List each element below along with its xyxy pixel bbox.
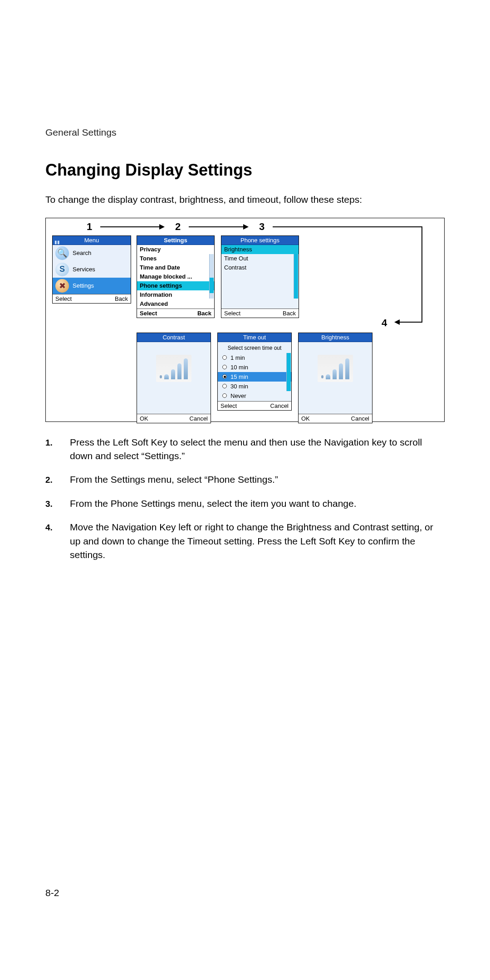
menu-item-search-label: Search <box>73 250 91 256</box>
timeout-scrollbar[interactable] <box>286 353 291 391</box>
menu-item-search[interactable]: 🔍 Search <box>53 245 131 261</box>
softkey-cancel[interactable]: Cancel <box>351 415 369 422</box>
softkey-select[interactable]: Select <box>55 295 72 302</box>
search-icon: 🔍 <box>55 246 69 260</box>
screen-phone-settings: Phone settings Brightness Time Out Contr… <box>221 235 299 318</box>
vline-down <box>421 226 422 323</box>
softkey-back[interactable]: Back <box>115 295 128 302</box>
softkey-select[interactable]: Select <box>224 310 240 317</box>
softkey-select[interactable]: Select <box>140 310 157 317</box>
softkey-ok[interactable]: OK <box>140 415 148 422</box>
settings-item-blocked[interactable]: Manage blocked ... <box>137 272 214 281</box>
step-3-label: 3 <box>259 221 265 233</box>
settings-item-info[interactable]: Information <box>137 290 214 299</box>
screen-menu: ▮▮Menu 🔍 Search S Services ✖ Settings Se… <box>52 235 131 304</box>
softkey-cancel[interactable]: Cancel <box>190 415 208 422</box>
instruction-2-num: 2. <box>45 473 59 486</box>
timeout-option-never[interactable]: Never <box>218 391 291 401</box>
step-1-label: 1 <box>87 221 92 233</box>
screen-menu-title-text: Menu <box>84 237 99 244</box>
instruction-1-num: 1. <box>45 436 59 463</box>
settings-item-phone[interactable]: Phone settings <box>137 281 214 290</box>
phone-item-contrast[interactable]: Contrast <box>221 263 299 272</box>
screen-settings-title: Settings <box>137 236 214 245</box>
step-2-label: 2 <box>175 221 181 233</box>
timeout-option-10min[interactable]: 10 min <box>218 363 291 372</box>
instructions-list: 1. Press the Left Soft Key to select the… <box>45 436 445 562</box>
section-label: General Settings <box>45 127 445 138</box>
figure-box: 1 2 3 4 .figure [data-name="arrow-3-out"… <box>45 218 445 422</box>
radio-icon <box>222 393 227 398</box>
softkey-ok[interactable]: OK <box>301 415 310 422</box>
tools-icon: ✖ <box>55 279 69 293</box>
phone-item-brightness[interactable]: Brightness <box>221 245 299 254</box>
signal-icon: ▮▮ <box>54 238 60 247</box>
arrow-1-2 <box>100 226 164 227</box>
step-4-label: 4 <box>382 317 387 329</box>
softkey-back[interactable]: Back <box>197 310 211 317</box>
phone-scrollbar[interactable] <box>294 254 298 299</box>
page-heading: Changing Display Settings <box>45 161 445 180</box>
timeout-option-1min[interactable]: 1 min <box>218 353 291 363</box>
timeout-subhead: Select screen time out <box>218 342 291 353</box>
phone-item-timeout[interactable]: Time Out <box>221 254 299 263</box>
instruction-3-text: From the Phone Settings menu, select the… <box>70 497 445 510</box>
screen-contrast-title: Contrast <box>137 333 211 342</box>
instruction-3: 3. From the Phone Settings menu, select … <box>45 497 445 510</box>
instruction-1-text: Press the Left Soft Key to select the me… <box>70 436 445 463</box>
screen-contrast: Contrast OK Cancel <box>137 333 211 423</box>
radio-icon-selected <box>222 374 227 379</box>
timeout-label-4: 30 min <box>230 383 248 390</box>
arrow-to-4 <box>395 322 422 323</box>
menu-item-services[interactable]: S Services <box>53 261 131 278</box>
timeout-label-5: Never <box>230 392 246 399</box>
settings-item-timedate[interactable]: Time and Date <box>137 263 214 272</box>
timeout-label-1: 1 min <box>230 354 245 361</box>
instruction-1: 1. Press the Left Soft Key to select the… <box>45 436 445 463</box>
instruction-4-text: Move the Navigation Key left or right to… <box>70 520 445 562</box>
arrow-2-3 <box>189 226 248 227</box>
radio-icon <box>222 384 227 388</box>
skype-icon: S <box>55 263 69 276</box>
timeout-label-2: 10 min <box>230 364 248 371</box>
settings-scrollbar[interactable] <box>209 254 214 299</box>
timeout-label-3: 15 min <box>230 373 248 380</box>
menu-item-settings-label: Settings <box>73 282 94 289</box>
screen-brightness-title: Brightness <box>299 333 372 342</box>
timeout-option-30min[interactable]: 30 min <box>218 382 291 391</box>
brightness-bars-icon <box>318 355 353 382</box>
screen-brightness: Brightness OK Cancel <box>298 333 372 423</box>
timeout-option-15min[interactable]: 15 min <box>218 372 291 382</box>
instruction-3-num: 3. <box>45 497 59 510</box>
screen-timeout-title: Time out <box>218 333 291 342</box>
intro-text: To change the display contrast, brightne… <box>45 192 445 207</box>
screen-phone-title: Phone settings <box>221 236 299 245</box>
screen-menu-title: ▮▮Menu <box>53 236 131 245</box>
instruction-2: 2. From the Settings menu, select “Phone… <box>45 473 445 486</box>
softkey-select[interactable]: Select <box>220 402 237 409</box>
softkey-cancel[interactable]: Cancel <box>270 402 289 409</box>
arrow-3-out: .figure [data-name="arrow-3-out"]::after… <box>273 226 422 227</box>
menu-item-services-label: Services <box>73 266 95 273</box>
screen-timeout: Time out Select screen time out 1 min 10… <box>217 333 292 411</box>
instruction-2-text: From the Settings menu, select “Phone Se… <box>70 473 445 486</box>
settings-item-privacy[interactable]: Privacy <box>137 245 214 254</box>
page-number: 8-2 <box>45 887 59 898</box>
softkey-back[interactable]: Back <box>283 310 296 317</box>
radio-icon <box>222 365 227 369</box>
contrast-bars-icon <box>156 355 191 382</box>
radio-icon <box>222 355 227 360</box>
settings-item-advanced[interactable]: Advanced <box>137 299 214 309</box>
settings-item-tones[interactable]: Tones <box>137 254 214 263</box>
menu-item-settings[interactable]: ✖ Settings <box>53 278 131 294</box>
instruction-4: 4. Move the Navigation Key left or right… <box>45 520 445 562</box>
instruction-4-num: 4. <box>45 520 59 562</box>
screen-settings: Settings Privacy Tones Time and Date Man… <box>137 235 215 318</box>
